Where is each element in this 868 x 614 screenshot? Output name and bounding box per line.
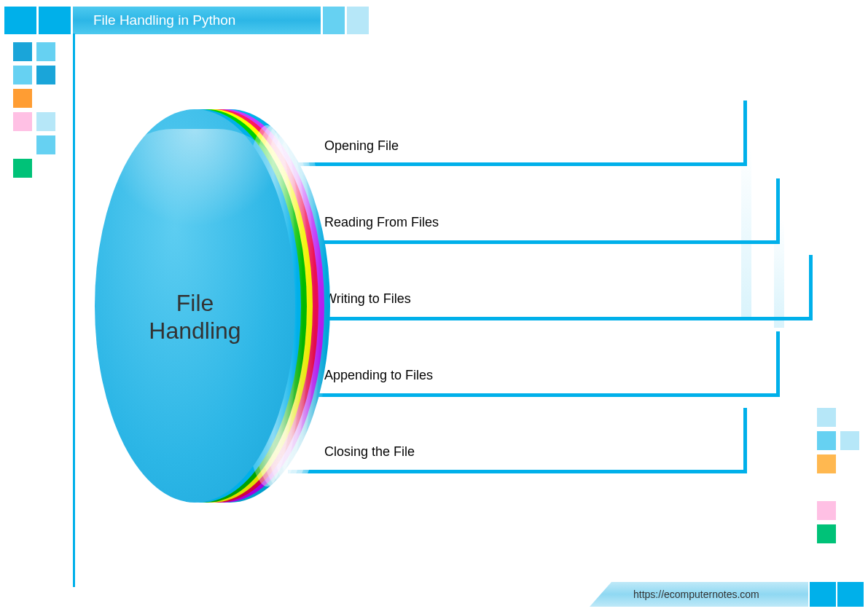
header-bar: File Handling in Python [4,6,369,35]
item-label: Closing the File [324,444,415,460]
header-accent-square [4,7,36,34]
footer-accent-square [810,582,836,607]
footer-bar: https://ecomputernotes.com [590,582,864,607]
item-label: Reading From Files [324,215,439,230]
item-label: Appending to Files [324,368,433,383]
footer-url: https://ecomputernotes.com [633,589,759,600]
header-tail [347,7,369,34]
item-label: Writing to Files [324,291,411,307]
left-divider-line [73,34,75,587]
bracket-line [270,162,747,166]
bracket-line [306,393,780,397]
left-decor-squares [13,42,55,178]
disc-top-face: File Handling [95,109,295,503]
page-title-text: File Handling in Python [93,12,235,28]
bracket-line [743,408,747,473]
disc-label-line1: File [176,290,214,316]
disc-label-line2: Handling [149,318,241,344]
footer-accent-square [837,582,864,607]
bracket-line [809,255,813,320]
header-accent-square [39,7,71,34]
header-tail [323,7,345,34]
footer-url-block: https://ecomputernotes.com [590,582,808,607]
bracket-line [313,317,813,320]
page-title: File Handling in Python [73,7,321,34]
bracket-line [299,240,780,244]
bracket-line [288,470,747,473]
right-decor-squares [817,408,859,543]
disc-graphic: File Handling [95,109,328,524]
item-label: Opening File [324,138,399,154]
edge-fade [774,219,784,328]
bracket-line [776,331,780,397]
edge-fade [741,146,751,320]
